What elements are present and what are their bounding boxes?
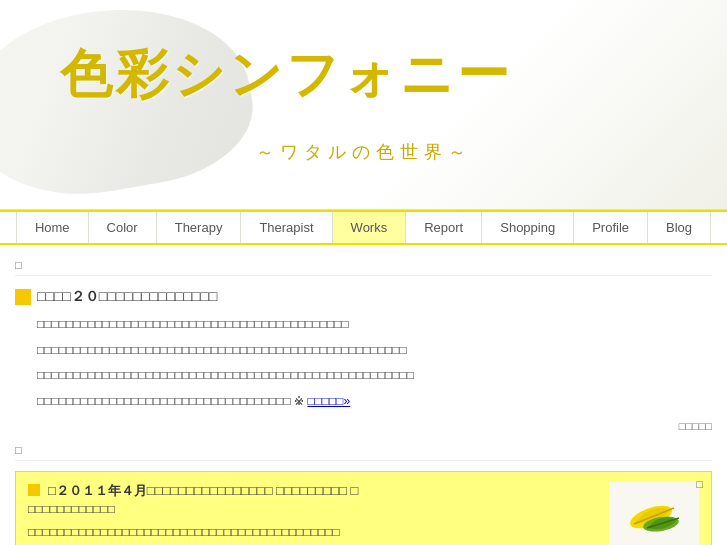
section1-body: □□□□□□□□□□□□□□□□□□□□□□□□□□□□□□□□□□□□□□□□… (37, 314, 712, 412)
breadcrumb2: □ (15, 440, 712, 461)
nav-works[interactable]: Works (333, 212, 407, 243)
nav-report[interactable]: Report (406, 212, 482, 243)
section1-heading: □□□□２０□□□□□□□□□□□□□□ (15, 288, 712, 306)
site-subtitle: ～ワタルの色世界～ (0, 140, 727, 164)
main-content: □ □□□□２０□□□□□□□□□□□□□□ □□□□□□□□□□□□□□□□□… (0, 245, 727, 545)
feather-svg (609, 482, 699, 545)
section1-date: □□□□□ (15, 420, 712, 432)
article-icon (28, 484, 40, 496)
article-title: □２０１１年４月□□□□□□□□□□□□□□□□ □□□□□□□□□ □ (28, 482, 599, 500)
nav-shopping[interactable]: Shopping (482, 212, 574, 243)
article-title2: □□□□□□□□□□□□ (28, 502, 599, 516)
section1-title: □□□□２０□□□□□□□□□□□□□□ (37, 288, 217, 306)
header: 色彩シンフォニー ～ワタルの色世界～ (0, 0, 727, 210)
article-corner-icon: □ (696, 478, 703, 490)
article-content: □２０１１年４月□□□□□□□□□□□□□□□□ □□□□□□□□□ □ □□□… (28, 482, 599, 545)
nav-therapist[interactable]: Therapist (241, 212, 332, 243)
nav-blog[interactable]: Blog (648, 212, 711, 243)
article-image (609, 482, 699, 545)
nav-color[interactable]: Color (89, 212, 157, 243)
nav-home[interactable]: Home (16, 212, 89, 243)
site-title: 色彩シンフォニー (60, 40, 513, 110)
section1-link[interactable]: □□□□□» (307, 394, 350, 408)
nav-therapy[interactable]: Therapy (157, 212, 242, 243)
nav-profile[interactable]: Profile (574, 212, 648, 243)
breadcrumb: □ (15, 255, 712, 276)
main-nav: Home Color Therapy Therapist Works Repor… (0, 210, 727, 245)
article-body: □□□□□□□□□□□□□□□□□□□□□□□□□□□□□□□□□□□□□□□□… (28, 522, 599, 545)
article-box: □２０１１年４月□□□□□□□□□□□□□□□□ □□□□□□□□□ □ □□□… (15, 471, 712, 545)
section1-icon (15, 289, 31, 305)
